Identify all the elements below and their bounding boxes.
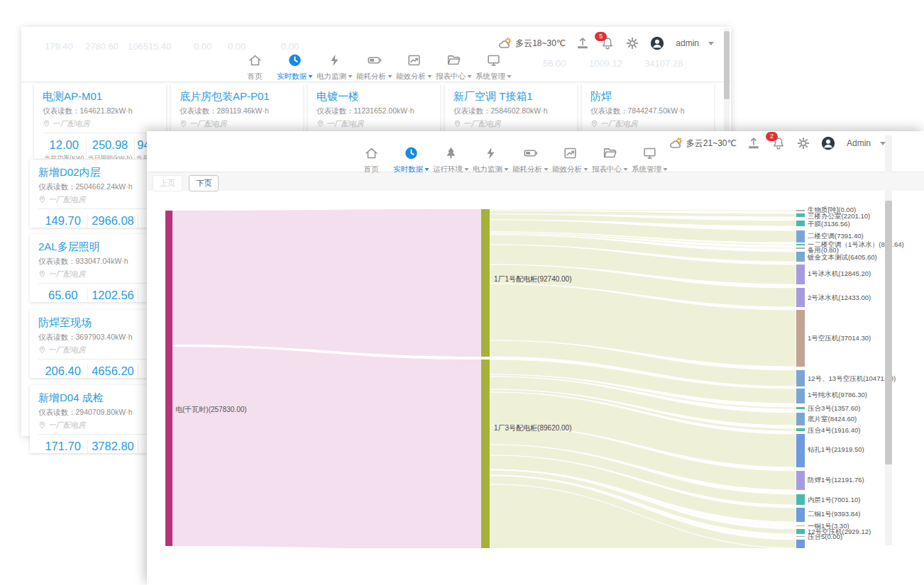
nav-item-text: 系统管理	[632, 165, 661, 174]
upload-icon[interactable]	[575, 35, 590, 51]
gear-icon[interactable]	[625, 35, 640, 51]
sankey-node-leaf[interactable]	[796, 529, 805, 534]
sankey-node-leaf[interactable]	[796, 428, 805, 431]
fw-scrollbar[interactable]	[885, 135, 892, 545]
sankey-node-leaf[interactable]	[796, 540, 805, 548]
ghost-value: 0.00	[281, 41, 299, 52]
chevron-down-icon	[467, 75, 471, 78]
weather-icon	[669, 135, 684, 151]
nav-item-report-center[interactable]: 报表中心	[436, 52, 471, 82]
chevron-down-icon	[427, 75, 431, 78]
stat-value: 206.40	[40, 364, 86, 378]
prev-page-button[interactable]: 上页	[153, 175, 182, 191]
upload-icon[interactable]	[746, 135, 761, 151]
lightning-icon	[483, 145, 498, 161]
ghost-value: 2780.60	[85, 41, 119, 52]
nav-item-power-monitor[interactable]: 电力监测	[317, 52, 352, 82]
nav-item-power-monitor[interactable]: 电力监测	[473, 145, 508, 174]
sankey-node-leaf[interactable]	[796, 213, 805, 217]
sankey-node-leaf[interactable]	[796, 413, 805, 425]
bw-scrollbar-thumb[interactable]	[724, 31, 730, 99]
sankey-node-root[interactable]	[165, 211, 172, 546]
username[interactable]: Admin	[847, 138, 871, 148]
ghost-value: 179.40	[45, 41, 73, 52]
avatar[interactable]	[649, 35, 665, 51]
nav-item-energy-efficiency[interactable]: 能效分析	[397, 52, 431, 82]
card-title[interactable]: 电测AP-M01	[43, 90, 158, 104]
sankey-node-leaf[interactable]	[796, 221, 805, 226]
sankey-node-leaf[interactable]	[796, 210, 805, 211]
username[interactable]: admin	[676, 38, 699, 48]
next-page-button[interactable]: 下页	[189, 175, 219, 191]
nav-item-report-center[interactable]: 报表中心	[593, 145, 627, 174]
nav-item-label: 报表中心	[436, 72, 471, 82]
sankey-node-leaf[interactable]	[796, 508, 805, 522]
card-stat: 4656.20当日用能(kW·h)	[87, 364, 137, 378]
nav-item-label: 能耗分析	[513, 165, 548, 174]
bw-nav-divider	[21, 82, 731, 82]
sankey-flow	[490, 374, 796, 409]
nav-item-realtime-data[interactable]: 实时数据	[277, 52, 312, 82]
sankey-node-leaf[interactable]	[796, 252, 805, 262]
card-title[interactable]: 防焊	[590, 90, 705, 104]
sankey-node-label: 钻孔1号(21919.50)	[808, 445, 864, 453]
sankey-node-label: 干膜(3136.56)	[808, 220, 850, 228]
weather-text: 多云21~30℃	[686, 138, 737, 150]
nav-item-system-management[interactable]: 系统管理	[476, 52, 511, 82]
sankey-node-leaf[interactable]	[796, 264, 805, 284]
sankey-node-label: 压合5(0.00)	[808, 533, 842, 540]
nav-item-realtime-data[interactable]: 实时数据	[394, 145, 429, 174]
sankey-node-leaf[interactable]	[796, 230, 805, 243]
nav-item-home[interactable]: 首页	[354, 145, 389, 174]
sankey-node-leaf[interactable]	[796, 494, 805, 505]
nav-item-energy-efficiency[interactable]: 能效分析	[553, 145, 588, 174]
notification-badge: 5	[595, 32, 607, 41]
gear-icon[interactable]	[796, 135, 811, 151]
sankey-node-leaf[interactable]	[796, 288, 805, 307]
sankey-node-leaf[interactable]	[796, 525, 805, 526]
chevron-down-icon	[424, 168, 429, 171]
sankey-flow	[490, 476, 796, 548]
ghost-value: 106515.40	[128, 41, 171, 52]
sankey-node-leaf[interactable]	[796, 407, 805, 409]
card-stat: 171.70当前功率(KW)	[38, 440, 87, 453]
card-location-text: 一厂配电房	[48, 269, 86, 279]
card-stat: 250.98当日用能(kW·h)	[86, 138, 134, 159]
chevron-down-icon	[583, 168, 588, 171]
bell-icon[interactable]: 5	[600, 35, 615, 51]
nav-item-energy-consumption[interactable]: 能耗分析	[513, 145, 548, 174]
sankey-node-leaf[interactable]	[796, 389, 805, 403]
nav-item-text: 能效分析	[396, 72, 426, 82]
nav-item-text: 报表中心	[436, 72, 466, 82]
nav-item-energy-consumption[interactable]: 能耗分析	[357, 52, 392, 82]
clock-icon	[287, 52, 302, 68]
card-title[interactable]: 底片房包装AP-P01	[180, 90, 295, 104]
sankey-node-leaf[interactable]	[796, 310, 805, 367]
sankey-flow	[490, 475, 796, 537]
card-stat: 206.40当前功率(KW)	[38, 364, 87, 378]
bell-icon[interactable]: 2	[771, 135, 786, 151]
sankey-node-leaf[interactable]	[796, 247, 805, 249]
sankey-node-leaf[interactable]	[796, 434, 805, 467]
sankey-node-leaf[interactable]	[796, 536, 805, 537]
nav-item-run-environment[interactable]: 运行环境	[434, 145, 468, 174]
nav-item-home[interactable]: 首页	[238, 52, 273, 82]
sankey-node-level2[interactable]	[481, 209, 490, 357]
pin-icon	[43, 118, 50, 129]
pin-icon	[38, 269, 46, 279]
sankey-node-leaf[interactable]	[796, 471, 805, 490]
avatar[interactable]	[820, 135, 836, 151]
sankey-flow	[490, 245, 796, 284]
nav-item-text: 首页	[248, 72, 263, 82]
fw-scrollbar-thumb[interactable]	[885, 201, 892, 464]
sankey-node-leaf[interactable]	[796, 370, 805, 386]
card-title[interactable]: 新厂空调 T接箱1	[453, 90, 568, 104]
nav-item-label: 能耗分析	[357, 72, 392, 82]
card-title[interactable]: 电镀一楼	[317, 90, 431, 104]
battery-icon	[366, 52, 382, 68]
card-meter-reading: 仪表读数：7844247.50kW·h	[590, 106, 705, 116]
sankey-node-level2[interactable]	[481, 360, 490, 548]
sankey-node-leaf[interactable]	[796, 244, 805, 245]
sankey-node-label: 2号冰水机(12433.00)	[808, 294, 871, 301]
nav-item-system-management[interactable]: 系统管理	[632, 145, 667, 174]
